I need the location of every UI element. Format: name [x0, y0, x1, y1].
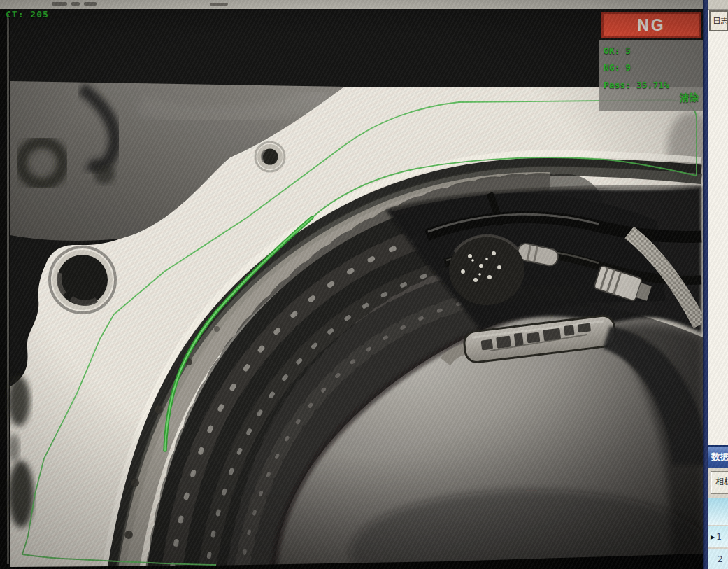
window-border: [703, 0, 708, 569]
camera-button[interactable]: 相机: [711, 471, 728, 494]
side-panel-header-strip: [708, 0, 728, 10]
log-tab[interactable]: 日志: [709, 10, 728, 31]
ok-count: OK: 5: [604, 43, 699, 59]
bezel-highlight-line: [8, 14, 9, 564]
side-window-sliver: 日志 数据 相机 ▶ 1 2: [703, 0, 728, 569]
gasket-bolt-hole-large: [50, 247, 115, 313]
data-section-body: 相机 ▶ 1 2: [708, 468, 728, 569]
connector-block: [449, 235, 524, 305]
result-badge: NG: [601, 12, 701, 38]
camera-button-label: 相机: [715, 476, 728, 486]
top-reflection-strip: [0, 0, 706, 9]
grid-row-2[interactable]: 2: [708, 549, 728, 569]
clear-button[interactable]: 清除: [680, 92, 699, 104]
data-section-label: 数据: [711, 451, 728, 463]
stats-panel: OK: 5 NG: 9 Pass: 35.71% 清除: [599, 40, 703, 111]
grid-header-band: [708, 498, 728, 525]
result-badge-text: NG: [637, 16, 666, 35]
log-tab-label: 日志: [713, 16, 728, 27]
data-section-header: 数据: [708, 445, 728, 468]
cycle-time-label: CT: 205: [6, 9, 49, 20]
side-panel-content: 日志 数据 相机 ▶ 1 2: [708, 0, 728, 569]
grid-row-1[interactable]: ▶ 1: [708, 526, 728, 547]
grid-row-number: 1: [716, 532, 722, 542]
current-row-marker-icon: ▶: [711, 534, 715, 540]
screen-photo: CT: 205 NG OK: 5 NG: 9 Pass: 35.71% 清除 日…: [0, 0, 728, 569]
ng-count: NG: 9: [604, 59, 699, 76]
gasket-pin-hole-small: [255, 142, 285, 171]
grid-row-number: 2: [718, 554, 723, 564]
